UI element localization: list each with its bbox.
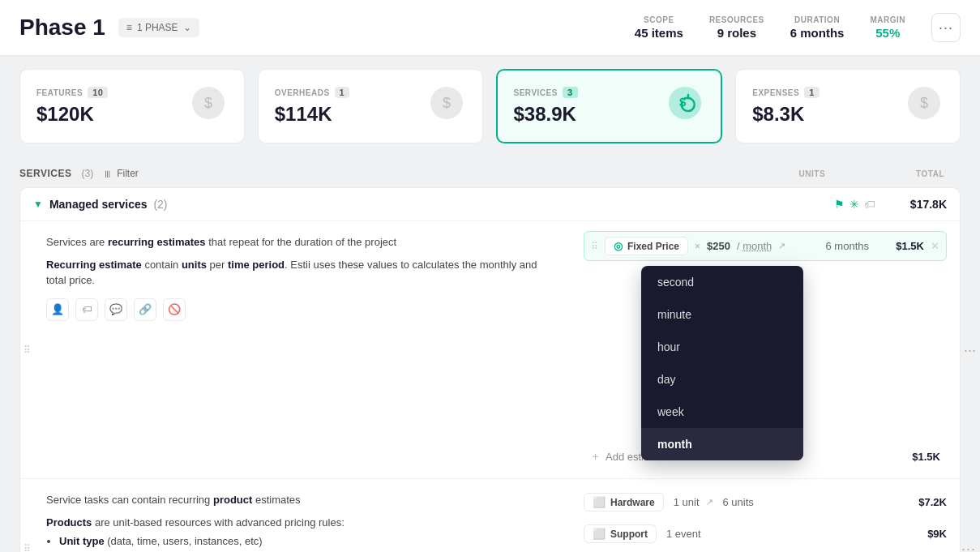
resources-stat: RESOURCES 9 roles (709, 15, 764, 40)
service-desc-4: Products are unit-based resources with a… (46, 515, 554, 531)
features-icon: $ (189, 83, 228, 129)
fixed-price-badge[interactable]: ◎ Fixed Price (605, 237, 688, 255)
services-table: ▼ Managed services (2) ⚑ ✳ 🏷 $17.8K ⠿ Se… (19, 187, 961, 552)
support-badge[interactable]: ⬜ Support (584, 524, 657, 543)
managed-services-group-row[interactable]: ▼ Managed services (2) ⚑ ✳ 🏷 $17.8K (20, 188, 960, 221)
phase-badge-label: 1 PHASE (137, 22, 178, 33)
services-section-count: (3) (81, 168, 93, 179)
margin-value: 55% (870, 26, 905, 40)
group-chevron-icon[interactable]: ▼ (33, 199, 43, 210)
dropdown-item-second[interactable]: second (641, 266, 803, 298)
drag-handle-icon[interactable]: ⠿ (24, 344, 31, 356)
service-desc-1: Services are recurring estimates that re… (46, 234, 554, 250)
features-card-type: FEATURES 10 (36, 87, 108, 98)
support-units: 1 event (666, 528, 701, 540)
estimate-period: / month (737, 240, 772, 252)
service-actions-1: 👤 🏷 💬 🔗 🚫 (46, 298, 554, 321)
services-card-type: SERVICES 3 (514, 87, 578, 98)
estimate-line-1: ⠿ ◎ Fixed Price × $250 / month ↗ 6 month… (584, 231, 947, 261)
expenses-card[interactable]: EXPENSES 1 $8.3K $ (735, 69, 961, 143)
row-more-icon-2[interactable]: ··· (961, 540, 976, 552)
page-title: Phase 1 (19, 15, 105, 41)
expenses-amount: $8.3K (752, 103, 820, 126)
overheads-icon: $ (427, 83, 466, 129)
services-amount: $38.9K (514, 103, 578, 126)
label-icon[interactable]: 🏷 (75, 298, 98, 321)
flag-icon[interactable]: ⚑ (834, 198, 845, 211)
add-icon-1: ＋ (590, 449, 601, 464)
services-section-title: SERVICES (19, 168, 71, 179)
resources-label: RESOURCES (709, 15, 764, 24)
period-dropdown[interactable]: second minute hour day week month (641, 266, 803, 460)
drag-handle-icon-2[interactable]: ⠿ (24, 543, 31, 553)
scope-stat: SCOPE 45 items (635, 15, 683, 40)
trend-icon: ↗ (778, 241, 785, 251)
services-card[interactable]: SERVICES 3 $38.9K $ (496, 69, 723, 143)
block-icon[interactable]: 🚫 (163, 298, 186, 321)
dropdown-item-day[interactable]: day (641, 363, 803, 396)
dropdown-item-month[interactable]: month (641, 428, 803, 460)
user-icon[interactable]: 👤 (46, 298, 69, 321)
duration-value: 6 months (790, 26, 845, 40)
margin-label: MARGIN (870, 15, 905, 24)
group-name: Managed services (2) (49, 198, 828, 211)
service-desc-2: Recurring estimate contain units per tim… (46, 257, 554, 289)
svg-text:$: $ (442, 95, 450, 111)
hardware-trend-icon: ↗ (706, 497, 713, 507)
overheads-card-type: OVERHEADS 1 (275, 87, 349, 98)
section-header: SERVICES (3) ⫼ Filter UNITS TOTAL (19, 156, 961, 187)
product-box-icon-2: ⬜ (593, 528, 606, 540)
duration-stat: DURATION 6 months (790, 15, 845, 40)
units-col-header: UNITS (799, 169, 826, 178)
estimate-duration: 6 months (826, 240, 869, 252)
add-estimate-total-1: $1.5K (912, 451, 940, 463)
features-card[interactable]: FEATURES 10 $120K $ (19, 69, 245, 143)
service-row-1-right: ⠿ ◎ Fixed Price × $250 / month ↗ 6 month… (571, 221, 960, 478)
total-col-header: TOTAL (916, 169, 944, 178)
cards-row: FEATURES 10 $120K $ OVERHEADS 1 $114K (0, 56, 980, 156)
filter-button[interactable]: ⫼ Filter (103, 168, 139, 179)
product-line-support: ⬜ Support 1 event $9K (584, 520, 947, 547)
support-total: $9K (898, 528, 947, 540)
more-button[interactable]: ··· (931, 13, 961, 42)
overheads-card[interactable]: OVERHEADS 1 $114K $ (258, 69, 483, 143)
hardware-units: 1 unit (674, 496, 700, 508)
services-icon: $ (665, 83, 704, 129)
resources-value: 9 roles (709, 26, 764, 40)
estimate-drag-icon[interactable]: ⠿ (591, 241, 598, 252)
multiply-icon: × (695, 241, 700, 252)
expenses-card-type: EXPENSES 1 (752, 87, 820, 98)
phase-badge[interactable]: ≡ 1 PHASE ⌄ (118, 18, 199, 37)
row-more-icon-1[interactable]: ··· (964, 341, 976, 358)
service-badge-icon: ◎ (614, 240, 623, 252)
scope-label: SCOPE (635, 15, 683, 24)
service-row-2-right: ⬜ Hardware 1 unit ↗ 6 units $7.2K ⬜ (571, 479, 960, 552)
star-icon[interactable]: ✳ (849, 198, 859, 211)
hardware-badge[interactable]: ⬜ Hardware (584, 493, 664, 511)
dropdown-item-minute[interactable]: minute (641, 298, 803, 331)
tag-icon[interactable]: 🏷 (864, 198, 875, 211)
hardware-total: $7.2K (898, 496, 947, 508)
filter-icon: ⫼ (103, 168, 113, 179)
service-row-1: ⠿ Services are recurring estimates that … (20, 221, 960, 479)
dropdown-item-hour[interactable]: hour (641, 331, 803, 363)
bullet-list: Unit type (data, time, users, instances,… (46, 535, 554, 552)
close-estimate-icon[interactable]: ✕ (931, 240, 939, 252)
svg-text:$: $ (679, 95, 687, 109)
product-box-icon: ⬜ (593, 496, 606, 508)
link-icon[interactable]: 🔗 (134, 298, 156, 321)
margin-stat: MARGIN 55% (870, 15, 905, 40)
features-amount: $120K (36, 103, 108, 126)
service-row-2: ⠿ Service tasks can contain recurring pr… (20, 479, 960, 552)
svg-text:$: $ (920, 95, 928, 111)
expenses-icon: $ (905, 83, 944, 129)
estimate-total-1: $1.5K (875, 240, 924, 252)
svg-text:$: $ (204, 95, 212, 111)
duration-label: DURATION (790, 15, 845, 24)
overheads-amount: $114K (275, 103, 349, 126)
comment-icon[interactable]: 💬 (105, 298, 127, 321)
phase-list-icon: ≡ (126, 22, 132, 33)
dropdown-item-week[interactable]: week (641, 396, 803, 428)
bullet-item-1: Unit type (data, time, users, instances,… (59, 535, 554, 547)
service-desc-3: Service tasks can contain recurring prod… (46, 492, 554, 508)
